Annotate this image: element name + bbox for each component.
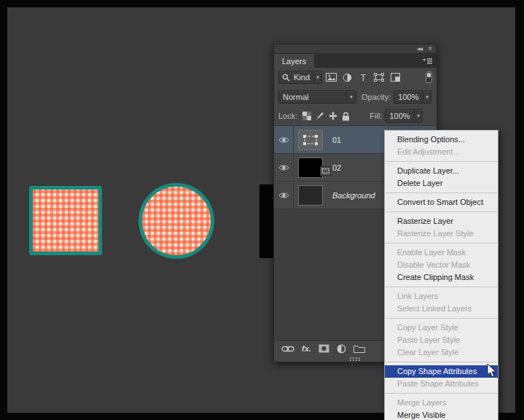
menu-item-merge-visible[interactable]: Merge Visible bbox=[385, 409, 498, 420]
menu-separator bbox=[386, 287, 497, 287]
gingham-circle-shape[interactable] bbox=[138, 183, 214, 259]
layer-thumbnail-wrap bbox=[294, 130, 327, 150]
collapse-panels-icon[interactable]: ◀◀ bbox=[417, 47, 422, 51]
layer-name[interactable]: 01 bbox=[332, 136, 341, 144]
opacity-value: 100% bbox=[394, 93, 422, 101]
fill-value: 100% bbox=[386, 112, 413, 120]
menu-item-copy-shape-attributes[interactable]: Copy Shape Attributes bbox=[385, 365, 498, 378]
link-layers-icon[interactable] bbox=[281, 346, 294, 352]
close-panel-icon[interactable]: × bbox=[428, 45, 432, 52]
layer-name[interactable]: 02 bbox=[332, 163, 341, 172]
smart-object-filter-icon[interactable] bbox=[388, 71, 402, 84]
mouse-cursor bbox=[487, 363, 497, 381]
filter-kind-value: Kind bbox=[290, 73, 313, 82]
lock-pixels-icon[interactable] bbox=[316, 112, 324, 120]
chevron-down-icon: ▾ bbox=[414, 110, 423, 122]
filter-toggle-switch[interactable] bbox=[426, 71, 432, 83]
menu-item-select-linked-layers: Select Linked Layers bbox=[385, 303, 498, 315]
menu-item-create-clipping-mask[interactable]: Create Clipping Mask bbox=[385, 271, 498, 284]
shape-layers-filter-icon[interactable] bbox=[372, 71, 386, 84]
panel-group-header: ◀◀ × bbox=[274, 44, 437, 54]
new-group-icon[interactable] bbox=[353, 344, 365, 353]
menu-separator bbox=[386, 362, 497, 362]
tab-layers[interactable]: Layers bbox=[274, 54, 314, 68]
adjustment-layer-icon[interactable] bbox=[337, 344, 346, 354]
menu-item-rasterize-layer[interactable]: Rasterize Layer bbox=[385, 215, 498, 228]
layer-thumbnail-wrap bbox=[294, 185, 327, 206]
menu-item-clear-layer-style: Clear Layer Style bbox=[385, 346, 498, 359]
menu-item-disable-vector-mask: Disable Vector Mask bbox=[385, 259, 498, 271]
tab-spacer bbox=[314, 54, 422, 68]
menu-item-link-layers: Link Layers bbox=[385, 290, 498, 303]
layer-filter-row: Kind ▾ T bbox=[274, 68, 437, 87]
menu-item-rasterize-layer-style: Rasterize Layer Style bbox=[385, 228, 498, 240]
panel-menu-icon[interactable] bbox=[422, 54, 437, 68]
menu-item-edit-adjustment: Edit Adjustment... bbox=[385, 146, 498, 158]
menu-item-delete-layer[interactable]: Delete Layer bbox=[385, 177, 498, 190]
gingham-square-shape[interactable] bbox=[29, 186, 102, 255]
menu-item-convert-to-smart-object[interactable]: Convert to Smart Object bbox=[385, 196, 498, 209]
lock-all-icon[interactable] bbox=[342, 112, 350, 121]
pixel-layers-filter-icon[interactable] bbox=[324, 71, 338, 84]
menu-separator bbox=[386, 393, 497, 394]
adjustment-layers-filter-icon[interactable] bbox=[340, 71, 354, 84]
layer-name[interactable]: Background bbox=[332, 191, 375, 200]
menu-item-duplicate-layer[interactable]: Duplicate Layer... bbox=[385, 165, 498, 177]
layer-thumbnail[interactable] bbox=[298, 158, 323, 178]
layer-effects-icon[interactable]: fx. bbox=[302, 344, 311, 353]
menu-separator bbox=[386, 243, 497, 244]
chevron-down-icon: ▾ bbox=[346, 91, 356, 103]
menu-item-blending-options[interactable]: Blending Options... bbox=[385, 133, 498, 146]
layer-context-menu: Blending Options... Edit Adjustment... D… bbox=[384, 130, 498, 420]
menu-item-paste-layer-style: Paste Layer Style bbox=[385, 334, 498, 346]
lock-options-row: Lock: Fill: 100% ▾ bbox=[274, 106, 437, 126]
menu-separator bbox=[386, 318, 497, 319]
svg-text:T: T bbox=[360, 73, 366, 82]
lock-position-icon[interactable] bbox=[329, 112, 337, 120]
chevron-down-icon: ▾ bbox=[313, 71, 321, 83]
chevron-down-icon: ▾ bbox=[423, 91, 431, 103]
filter-kind-dropdown[interactable]: Kind ▾ bbox=[278, 71, 322, 84]
panel-tab-bar: Layers bbox=[274, 54, 437, 68]
menu-separator bbox=[386, 161, 497, 162]
menu-item-enable-layer-mask: Enable Layer Mask bbox=[385, 246, 498, 259]
add-layer-mask-icon[interactable] bbox=[318, 344, 329, 353]
opacity-label: Opacity: bbox=[361, 93, 391, 101]
blend-mode-dropdown[interactable]: Normal ▾ bbox=[278, 90, 356, 104]
vector-mask-badge-icon[interactable] bbox=[320, 166, 331, 176]
visibility-eye-icon[interactable] bbox=[274, 154, 294, 181]
photoshop-workspace: ◀◀ × Layers Kind ▾ bbox=[0, 0, 524, 420]
visibility-eye-icon[interactable] bbox=[274, 126, 294, 153]
menu-item-copy-layer-style: Copy Layer Style bbox=[385, 322, 498, 334]
menu-separator bbox=[386, 192, 497, 193]
menu-separator bbox=[386, 211, 497, 212]
blend-mode-value: Normal bbox=[279, 93, 346, 101]
fill-dropdown[interactable]: 100% ▾ bbox=[385, 109, 423, 122]
opacity-dropdown[interactable]: 100% ▾ bbox=[394, 90, 431, 104]
vector-mask-thumbnail[interactable] bbox=[298, 130, 323, 150]
layer-thumbnail-wrap bbox=[294, 158, 327, 178]
search-icon bbox=[279, 74, 290, 82]
lock-buttons bbox=[302, 112, 350, 121]
fill-label: Fill: bbox=[369, 112, 382, 120]
menu-item-merge-layers: Merge Layers bbox=[385, 397, 498, 409]
lock-transparency-icon[interactable] bbox=[302, 112, 311, 120]
type-layers-filter-icon[interactable]: T bbox=[356, 71, 370, 84]
menu-item-paste-shape-attributes: Paste Shape Attributes bbox=[385, 378, 498, 390]
layer-thumbnail[interactable] bbox=[298, 185, 323, 206]
blend-options-row: Normal ▾ Opacity: 100% ▾ bbox=[274, 87, 437, 106]
visibility-eye-icon[interactable] bbox=[274, 182, 294, 209]
lock-label: Lock: bbox=[278, 112, 297, 120]
